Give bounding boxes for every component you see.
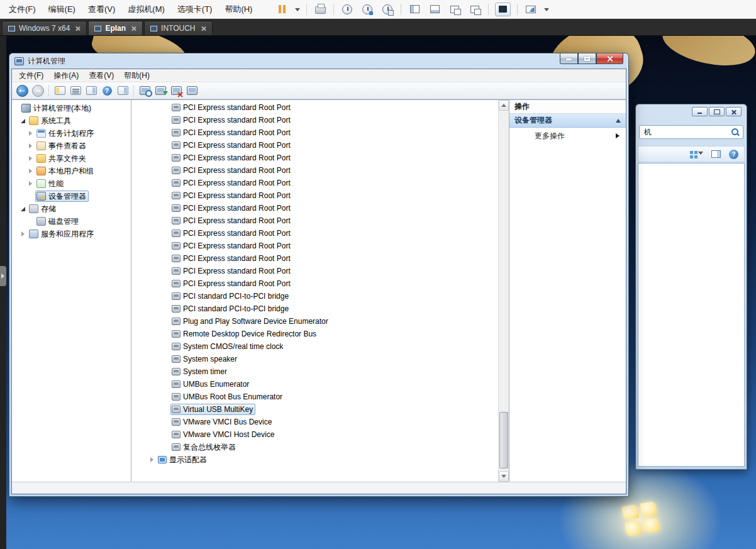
- device-row[interactable]: UMBus Enumerator: [131, 378, 498, 391]
- snapshot-manager-button[interactable]: [381, 3, 394, 16]
- stretch-guest-button[interactable]: [448, 3, 462, 16]
- device-row[interactable]: Virtual USB MultiKey: [131, 403, 498, 416]
- device-row[interactable]: PCI Express standard Root Port: [131, 265, 498, 277]
- sidebar-handle[interactable]: [0, 266, 6, 286]
- device-row[interactable]: PCI Express standard Root Port: [131, 114, 498, 126]
- device-row[interactable]: PCI Express standard Root Port: [131, 214, 498, 227]
- vm-tab[interactable]: Windows 7 x64: [2, 21, 87, 35]
- tree-item[interactable]: 磁盘管理: [12, 215, 131, 228]
- device-row[interactable]: PCI standard PCI-to-PCI bridge: [131, 290, 498, 302]
- tree-item[interactable]: 共享文件夹: [12, 152, 131, 165]
- tab-close-icon[interactable]: [201, 26, 206, 31]
- device-properties-button[interactable]: [185, 84, 199, 97]
- revert-snapshot-button[interactable]: [360, 3, 374, 16]
- device-row[interactable]: PCI Express standard Root Port: [131, 139, 498, 152]
- help-button[interactable]: [100, 84, 114, 97]
- fullscreen-dropdown-icon[interactable]: [544, 8, 549, 14]
- device-row[interactable]: VMware VMCI Bus Device: [131, 416, 498, 428]
- device-row[interactable]: PCI Express standard Root Port: [131, 277, 498, 290]
- close-button[interactable]: [726, 107, 742, 116]
- tree-item[interactable]: 任务计划程序: [12, 127, 131, 140]
- cm-titlebar[interactable]: 计算机管理: [9, 53, 628, 69]
- uninstall-button[interactable]: [169, 84, 183, 97]
- maximize-button[interactable]: [709, 107, 725, 116]
- vmware-menu-item[interactable]: 帮助(H): [218, 0, 258, 19]
- properties-button[interactable]: [84, 84, 98, 97]
- expander-icon[interactable]: [28, 168, 35, 175]
- console-view-button[interactable]: [495, 3, 511, 16]
- show-console-tree-button[interactable]: [53, 84, 67, 97]
- device-row[interactable]: PCI Express standard Root Port: [131, 126, 498, 139]
- vmware-menu-item[interactable]: 选项卡(T): [171, 0, 219, 19]
- device-row[interactable]: Remote Desktop Device Redirector Bus: [131, 328, 498, 340]
- device-row[interactable]: System CMOS/real time clock: [131, 340, 498, 353]
- device-row[interactable]: PCI Express standard Root Port: [131, 189, 498, 202]
- tree-item[interactable]: 性能: [12, 177, 131, 190]
- forward-button[interactable]: [31, 84, 45, 97]
- minimize-button[interactable]: [692, 107, 708, 116]
- device-row[interactable]: 显示适配器: [131, 453, 498, 466]
- maximize-button[interactable]: [578, 53, 596, 64]
- printer-button[interactable]: [313, 3, 327, 16]
- search-box[interactable]: [639, 125, 743, 139]
- export-list-button[interactable]: [69, 84, 82, 97]
- close-button[interactable]: [596, 53, 623, 64]
- device-row[interactable]: PCI Express standard Root Port: [131, 202, 498, 214]
- vmware-menu-item[interactable]: 查看(V): [82, 0, 121, 19]
- change-view-button[interactable]: [690, 152, 703, 157]
- tree-item[interactable]: 设备管理器: [12, 190, 131, 202]
- search-icon[interactable]: [731, 128, 740, 136]
- expander-icon[interactable]: [28, 143, 35, 150]
- cm-menu-item[interactable]: 帮助(H): [119, 69, 155, 83]
- tab-close-icon[interactable]: [75, 26, 81, 31]
- expander-icon[interactable]: [149, 457, 156, 463]
- scroll-thumb[interactable]: [499, 412, 508, 469]
- show-library-button[interactable]: [408, 3, 421, 16]
- device-row[interactable]: PCI Express standard Root Port: [131, 177, 498, 189]
- actions-section-header[interactable]: 设备管理器: [509, 114, 626, 128]
- expander-icon[interactable]: [20, 231, 27, 238]
- collapse-section-icon[interactable]: [616, 116, 621, 123]
- device-row[interactable]: PCI Express standard Root Port: [131, 252, 498, 265]
- expander-icon[interactable]: [28, 180, 35, 187]
- tree-item[interactable]: 存储: [12, 202, 131, 215]
- vm-tab[interactable]: INTOUCH: [144, 21, 212, 35]
- tab-close-icon[interactable]: [131, 26, 136, 31]
- more-actions-item[interactable]: 更多操作: [509, 128, 626, 144]
- expander-icon[interactable]: [20, 118, 27, 125]
- tree-item[interactable]: 本地用户和组: [12, 165, 131, 177]
- expander-icon[interactable]: [28, 155, 35, 162]
- preview-pane-button[interactable]: [711, 150, 721, 158]
- tree-item[interactable]: 系统工具: [12, 114, 131, 127]
- take-snapshot-button[interactable]: [340, 3, 354, 16]
- device-row[interactable]: PCI Express standard Root Port: [131, 101, 498, 114]
- device-row[interactable]: PCI Express standard Root Port: [131, 240, 498, 252]
- show-action-pane-button[interactable]: [116, 84, 130, 97]
- cm-menu-item[interactable]: 文件(F): [14, 69, 48, 83]
- vm-tab[interactable]: Eplan: [88, 21, 143, 35]
- expander-icon[interactable]: [28, 130, 35, 137]
- fullscreen-button[interactable]: [524, 3, 538, 16]
- device-row[interactable]: PCI standard PCI-to-PCI bridge: [131, 302, 498, 315]
- tree-item[interactable]: 服务和应用程序: [12, 228, 131, 240]
- pause-button[interactable]: [275, 3, 289, 16]
- tree-item[interactable]: 事件查看器: [12, 140, 131, 152]
- fit-guest-button[interactable]: [468, 3, 482, 16]
- search-input[interactable]: [644, 128, 731, 136]
- device-row[interactable]: PCI Express standard Root Port: [131, 164, 498, 177]
- cm-menu-item[interactable]: 查看(V): [84, 69, 119, 83]
- minimize-button[interactable]: [560, 53, 578, 64]
- device-row[interactable]: Plug and Play Software Device Enumerator: [131, 315, 498, 328]
- device-row[interactable]: System speaker: [131, 353, 498, 365]
- show-thumbnail-bar-button[interactable]: [428, 3, 442, 16]
- update-driver-button[interactable]: [153, 84, 167, 97]
- help-button[interactable]: [729, 150, 738, 159]
- cm-menu-item[interactable]: 操作(A): [48, 69, 84, 83]
- device-row[interactable]: PCI Express standard Root Port: [131, 152, 498, 164]
- device-row[interactable]: VMware VMCI Host Device: [131, 428, 498, 441]
- device-row[interactable]: PCI Express standard Root Port: [131, 227, 498, 240]
- tree-item[interactable]: 计算机管理(本地): [12, 102, 131, 114]
- back-button[interactable]: [15, 84, 29, 97]
- scan-hardware-changes-button[interactable]: [138, 84, 152, 97]
- pause-dropdown-icon[interactable]: [295, 8, 300, 14]
